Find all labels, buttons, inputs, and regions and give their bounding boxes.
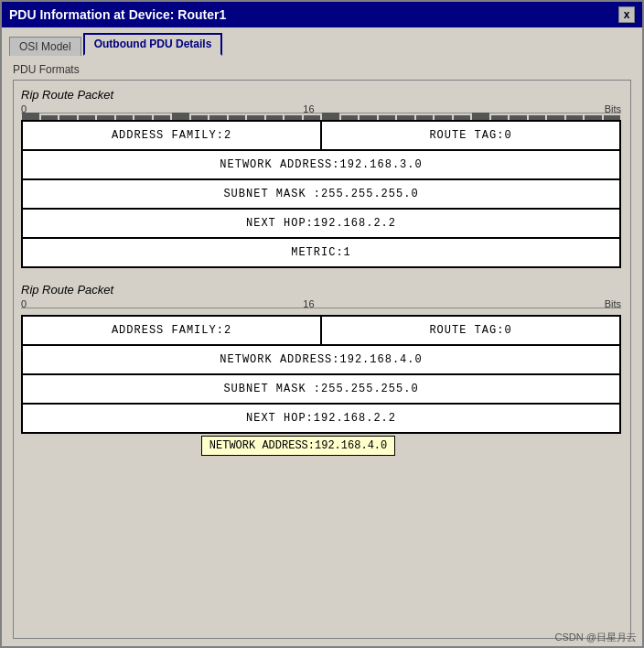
pdu-formats-label: PDU Formats <box>13 63 631 76</box>
table-row: SUBNET MASK :255.255.255.0 <box>22 374 620 404</box>
ruler-ticks-1 <box>21 113 621 120</box>
window-title: PDU Information at Device: Router1 <box>9 7 226 22</box>
table-row: NETWORK ADDRESS:192.168.3.0 <box>22 150 620 179</box>
ruler-2: 0 16 Bits <box>21 298 621 315</box>
table-row: ADDRESS FAMILY:2 ROUTE TAG:0 <box>22 316 620 345</box>
packet-label-1: Rip Route Packet <box>21 88 621 102</box>
tabs-row: OSI Model Outbound PDU Details <box>2 27 642 56</box>
metric-1: METRIC:1 <box>22 238 620 267</box>
packet-table-1: ADDRESS FAMILY:2 ROUTE TAG:0 NETWORK ADD… <box>21 120 621 268</box>
close-button[interactable]: x <box>618 6 635 23</box>
table-row: NEXT HOP:192.168.2.2 <box>22 404 620 433</box>
table-row: NETWORK ADDRESS:192.168.4.0 <box>22 345 620 374</box>
subnet-mask-1: SUBNET MASK :255.255.255.0 <box>22 179 620 209</box>
next-hop-2: NEXT HOP:192.168.2.2 <box>22 404 620 433</box>
next-hop-1: NEXT HOP:192.168.2.2 <box>22 209 620 238</box>
packet-table-2: ADDRESS FAMILY:2 ROUTE TAG:0 NETWORK ADD… <box>21 315 621 434</box>
network-address-1: NETWORK ADDRESS:192.168.3.0 <box>22 150 620 179</box>
route-tag-2: ROUTE TAG:0 <box>321 316 620 345</box>
title-bar: PDU Information at Device: Router1 x <box>2 2 642 27</box>
packet-section-1: Rip Route Packet 0 16 Bits ADDRESS FAMIL… <box>21 88 621 268</box>
ruler-1: 0 16 Bits <box>21 103 621 120</box>
ruler-line-2 <box>21 308 621 308</box>
table-row: ADDRESS FAMILY:2 ROUTE TAG:0 <box>22 121 620 150</box>
packet-section-2: Rip Route Packet 0 16 Bits ADDRESS FAMIL… <box>21 283 621 456</box>
route-tag-1: ROUTE TAG:0 <box>321 121 620 150</box>
packet-label-2: Rip Route Packet <box>21 283 621 297</box>
scroll-container[interactable]: Rip Route Packet 0 16 Bits ADDRESS FAMIL… <box>13 80 631 639</box>
watermark: CSDN @日星月云 <box>555 631 637 644</box>
tab-osi-model[interactable]: OSI Model <box>9 37 81 56</box>
subnet-mask-2: SUBNET MASK :255.255.255.0 <box>22 374 620 404</box>
tab-outbound-pdu[interactable]: Outbound PDU Details <box>83 33 223 56</box>
address-family-2: ADDRESS FAMILY:2 <box>22 316 321 345</box>
table-row: SUBNET MASK :255.255.255.0 <box>22 179 620 209</box>
address-family-1: ADDRESS FAMILY:2 <box>22 121 321 150</box>
content-area: PDU Formats Rip Route Packet 0 16 Bits A… <box>2 56 642 646</box>
main-window: PDU Information at Device: Router1 x OSI… <box>0 0 644 648</box>
network-address-2: NETWORK ADDRESS:192.168.4.0 <box>22 345 620 374</box>
table-row: NEXT HOP:192.168.2.2 <box>22 209 620 238</box>
table-row: METRIC:1 <box>22 238 620 267</box>
tooltip-network-address: NETWORK ADDRESS:192.168.4.0 <box>201 436 395 456</box>
